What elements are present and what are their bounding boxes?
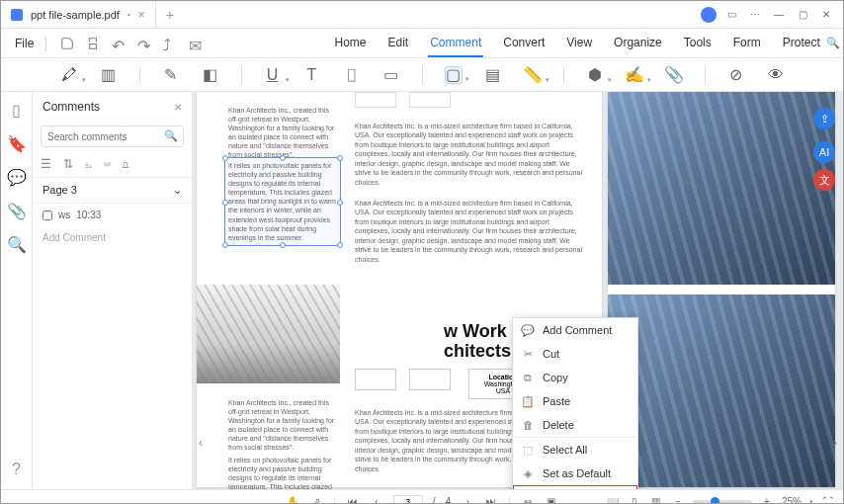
highlighter-tool[interactable]: 🖍 xyxy=(60,66,78,84)
help-icon[interactable]: ? xyxy=(9,462,25,477)
comment-ribbon: 🖍 ▥ ✎ ◧ U T ⌷ ▭ ▢ ▤ 📏 ⬢ ✍ 📎 ⊘ 👁 xyxy=(1,58,843,92)
hand-tool-icon[interactable]: ✋ xyxy=(286,495,299,505)
ctx-set-default[interactable]: ◈Set as Default xyxy=(513,462,637,485)
text-tool[interactable]: T xyxy=(303,66,321,84)
prev-page-arrow[interactable]: ‹ xyxy=(199,436,203,450)
note-tool[interactable]: ▤ xyxy=(484,66,502,84)
filter3-icon[interactable]: ⩍ xyxy=(123,157,128,171)
zoom-slider[interactable] xyxy=(693,500,752,503)
tab-organize[interactable]: Organize xyxy=(612,30,664,57)
document-tab[interactable]: ppt file-sample.pdf • × xyxy=(1,1,156,28)
tab-form[interactable]: Form xyxy=(731,30,763,57)
next-page-arrow[interactable]: › xyxy=(833,436,837,450)
filter1-icon[interactable]: ⎁ xyxy=(85,157,92,171)
hide-comments-icon[interactable]: 👁 xyxy=(767,66,785,84)
comments-search-input[interactable] xyxy=(41,126,184,147)
area-highlight-tool[interactable]: ▥ xyxy=(100,66,118,84)
attachments-rail-icon[interactable]: 📎 xyxy=(9,203,25,218)
ctx-delete[interactable]: 🗑Delete xyxy=(513,413,637,437)
redo-icon[interactable]: ↷ xyxy=(137,37,151,50)
layout-single-icon[interactable]: ▯ xyxy=(628,495,641,505)
bookmarks-icon[interactable]: 🔖 xyxy=(9,135,25,151)
tab-tools[interactable]: Tools xyxy=(682,30,714,57)
thumbnails-icon[interactable]: ▯ xyxy=(9,102,25,118)
zoom-out-icon[interactable]: − xyxy=(671,495,685,505)
page-label: Page 3 xyxy=(42,184,77,197)
save-icon[interactable] xyxy=(60,37,74,50)
close-tab-icon[interactable]: × xyxy=(138,8,145,22)
file-menu[interactable]: File xyxy=(9,37,40,50)
search-rail-icon[interactable]: 🔍 xyxy=(9,236,25,252)
fit-page-icon[interactable]: ▣ xyxy=(545,495,558,505)
comment-item[interactable]: ws 10:33 xyxy=(33,204,192,226)
zoom-in-icon[interactable]: + xyxy=(760,495,774,505)
ai-floating-button[interactable]: AI xyxy=(813,141,835,163)
textbox-tool[interactable]: ▭ xyxy=(382,66,400,84)
more-icon[interactable]: ⋯ xyxy=(746,6,764,24)
callout-tool[interactable]: ⌷ xyxy=(343,66,361,84)
fullscreen-icon[interactable]: ⛶ xyxy=(821,495,835,505)
document-area[interactable]: Khan Architects Inc., created this off-g… xyxy=(193,92,843,489)
undo-icon[interactable]: ↶ xyxy=(112,37,126,50)
prev-page-icon[interactable]: ‹ xyxy=(370,495,383,505)
messages-icon[interactable]: ▭ xyxy=(722,6,740,24)
read-mode-icon[interactable]: 📖 xyxy=(606,495,620,505)
keep-selected-icon[interactable]: ⊘ xyxy=(727,66,745,84)
ctx-select-all[interactable]: ⬚Select All xyxy=(513,438,637,462)
building-image-bottom xyxy=(608,294,835,487)
next-page-icon[interactable]: › xyxy=(461,495,474,505)
panel-close-icon[interactable]: ✕ xyxy=(174,102,182,113)
last-page-icon[interactable]: ⏭ xyxy=(484,495,498,505)
share-floating-button[interactable]: ⇪ xyxy=(813,108,835,129)
intro-text-2: It relies on photovoltaic panels for ele… xyxy=(228,161,337,242)
cut-icon: ✂ xyxy=(521,347,535,361)
ctx-properties[interactable]: ⚙Properties xyxy=(513,485,637,489)
comment-checkbox[interactable] xyxy=(42,210,52,220)
tab-home[interactable]: Home xyxy=(333,30,369,57)
delete-icon: 🗑 xyxy=(521,418,535,432)
page-number-input[interactable] xyxy=(393,495,423,505)
select-tool-icon[interactable]: ⬀ xyxy=(309,495,323,505)
add-tab-button[interactable]: + xyxy=(156,7,184,23)
layout-double-icon[interactable]: ▥ xyxy=(649,495,663,505)
shape-tool[interactable]: ▢ xyxy=(445,66,463,84)
fit-width-icon[interactable]: ⇔ xyxy=(521,495,535,505)
maximize-button[interactable]: ▢ xyxy=(794,6,811,24)
ctx-copy[interactable]: ⧉Copy xyxy=(513,366,637,389)
close-window-button[interactable]: ✕ xyxy=(817,6,835,24)
pencil-tool[interactable]: ✎ xyxy=(162,66,180,84)
tab-convert[interactable]: Convert xyxy=(501,30,547,57)
user-avatar[interactable] xyxy=(701,7,717,23)
signature-tool[interactable]: ✍ xyxy=(626,66,643,84)
attachment-tool[interactable]: 📎 xyxy=(665,66,683,84)
translate-floating-button[interactable]: 文 xyxy=(813,169,835,191)
paragraph-2: Khan Architects Inc. is a mid-sized arch… xyxy=(355,199,582,264)
underline-tool[interactable]: U xyxy=(264,66,282,84)
share-icon[interactable]: ⤴ xyxy=(163,37,177,50)
default-icon: ◈ xyxy=(521,466,535,480)
comments-icon[interactable]: 💬 xyxy=(9,169,25,185)
expand-icon[interactable]: ⇅ xyxy=(63,157,73,171)
page-group-header[interactable]: Page 3 ⌄ xyxy=(33,177,192,204)
ctx-paste[interactable]: 📋Paste xyxy=(513,389,637,413)
search-tools[interactable]: 🔍 Search Tools xyxy=(826,32,844,55)
measure-tool[interactable]: 📏 xyxy=(524,66,542,84)
email-icon[interactable]: ✉ xyxy=(189,37,203,50)
tab-edit[interactable]: Edit xyxy=(386,30,411,57)
tab-view[interactable]: View xyxy=(564,30,594,57)
paste-icon: 📋 xyxy=(521,394,535,408)
print-icon[interactable] xyxy=(86,37,100,50)
tab-comment[interactable]: Comment xyxy=(428,30,483,57)
filter2-icon[interactable]: ⎃ xyxy=(104,157,111,171)
ctx-add-comment[interactable]: 💬Add Comment xyxy=(513,318,637,342)
add-comment-field[interactable]: Add Comment xyxy=(33,226,192,249)
first-page-icon[interactable]: ⏮ xyxy=(346,495,360,505)
ctx-cut[interactable]: ✂Cut xyxy=(513,342,637,366)
search-icon[interactable]: 🔍 xyxy=(164,129,178,142)
tab-protect[interactable]: Protect xyxy=(781,30,822,57)
eraser-tool[interactable]: ◧ xyxy=(202,66,219,84)
sort-icon[interactable]: ☰ xyxy=(41,157,51,171)
minimize-button[interactable]: — xyxy=(770,6,788,24)
intro-text-1: Khan Architects Inc., created this off-g… xyxy=(228,106,339,160)
stamp-tool[interactable]: ⬢ xyxy=(586,66,604,84)
